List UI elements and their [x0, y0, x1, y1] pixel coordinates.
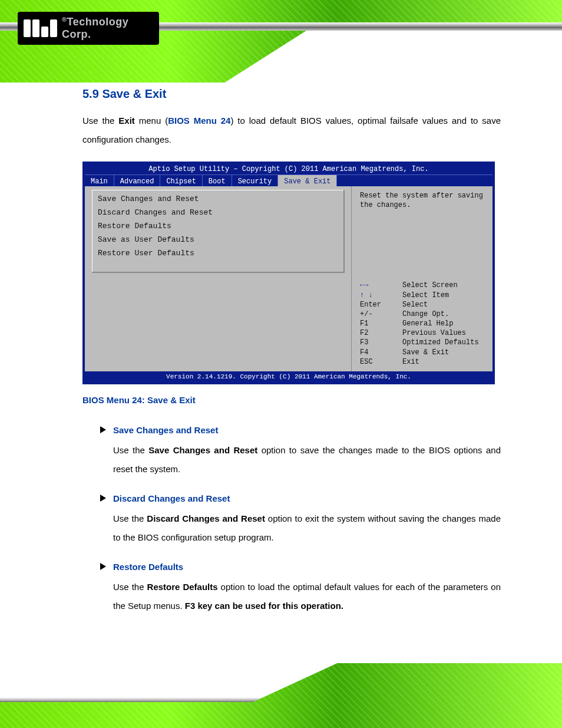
item-option-name: Restore Defaults	[147, 582, 218, 592]
bios-help-text: Reset the system after saving the change…	[360, 191, 484, 210]
nav-line: F2Previous Values	[360, 328, 484, 338]
option-item: Save Changes and Reset Use the Save Chan…	[82, 425, 501, 478]
nav-line: F1General Help	[360, 319, 484, 328]
nav-line: ESCExit	[360, 357, 484, 367]
bios-help-pane: Reset the system after saving the change…	[351, 186, 492, 371]
bios-option-restore-defaults: Restore Defaults	[98, 222, 338, 230]
nav-key: ESC	[360, 357, 399, 367]
bios-tab-advanced: Advanced	[114, 175, 161, 186]
bios-footer: Version 2.14.1219. Copyright (C) 2011 Am…	[85, 371, 492, 382]
nav-line: F4Save & Exit	[360, 348, 484, 357]
intro-paragraph: Use the Exit menu (BIOS Menu 24) to load…	[82, 111, 501, 149]
item-heading-save-reset: Save Changes and Reset	[113, 425, 501, 435]
item-heading-discard-reset: Discard Changes and Reset	[113, 493, 501, 503]
section-number: 5.9	[82, 87, 99, 100]
item-option-name: Discard Changes and Reset	[147, 513, 265, 523]
nav-line: F3Optimized Defaults	[360, 338, 484, 347]
bios-nav-help: ←→Select Screen ↑ ↓Select Item EnterSele…	[360, 281, 484, 367]
bios-tab-save-exit: Save & Exit	[278, 175, 337, 186]
bios-tab-chipset: Chipset	[160, 175, 202, 186]
bottom-banner	[0, 663, 562, 728]
item-body: Use the Save Changes and Reset option to…	[113, 441, 501, 478]
up-down-arrow-icon: ↑ ↓	[360, 291, 373, 299]
option-item: Discard Changes and Reset Use the Discar…	[82, 493, 501, 546]
bios-tab-main: Main	[85, 175, 114, 186]
nav-key: Enter	[360, 300, 399, 309]
nav-label: Save & Exit	[402, 348, 449, 357]
bios-option-save-user-defaults: Save as User Defaults	[98, 235, 338, 244]
logo-text: ®Technology Corp.	[62, 16, 153, 41]
nav-key: F3	[360, 338, 399, 347]
item-body: Use the Restore Defaults option to load …	[113, 578, 501, 615]
nav-label: Exit	[402, 357, 419, 367]
nav-key: F1	[360, 319, 399, 328]
nav-label: Select	[402, 300, 428, 309]
bios-tabs: Main Advanced Chipset Boot Security Save…	[85, 174, 492, 186]
nav-label: General Help	[402, 319, 453, 328]
option-item: Restore Defaults Use the Restore Default…	[82, 562, 501, 615]
nav-label: Optimized Defaults	[402, 338, 479, 347]
section-title: Save & Exit	[102, 87, 166, 100]
item-text: Use the	[113, 582, 147, 592]
bios-screenshot: Aptio Setup Utility – Copyright (C) 2011…	[82, 162, 495, 384]
nav-line: +/-Change Opt.	[360, 309, 484, 319]
nav-key: +/-	[360, 309, 399, 319]
bios-option-discard-reset: Discard Changes and Reset	[98, 208, 338, 217]
intro-figure-ref: BIOS Menu 24	[168, 116, 230, 126]
nav-line: ←→Select Screen	[360, 281, 484, 290]
nav-line: ↑ ↓Select Item	[360, 291, 484, 300]
bios-title-bar: Aptio Setup Utility – Copyright (C) 2011…	[85, 164, 492, 174]
bios-option-save-reset: Save Changes and Reset	[98, 195, 338, 203]
intro-text-2: menu (	[135, 116, 168, 126]
top-banner: ®Technology Corp.	[0, 0, 562, 83]
intro-text-1: Use the	[82, 116, 118, 126]
item-option-name: Save Changes and Reset	[148, 445, 257, 455]
left-right-arrow-icon: ←→	[360, 281, 368, 289]
bios-tab-security: Security	[232, 175, 279, 186]
item-text: Use the	[113, 513, 147, 523]
nav-label: Select Item	[402, 291, 449, 300]
item-heading-restore-defaults: Restore Defaults	[113, 562, 501, 572]
item-text: Use the	[113, 445, 148, 455]
item-key-hint: F3 key can be used for this operation.	[185, 601, 343, 611]
nav-label: Select Screen	[402, 281, 458, 290]
item-body: Use the Discard Changes and Reset option…	[113, 509, 501, 546]
pcb-texture-bottom	[0, 663, 562, 728]
logo-glyph	[24, 19, 57, 37]
bios-option-restore-user-defaults: Restore User Defaults	[98, 249, 338, 258]
brand-name: Technology Corp.	[62, 16, 128, 40]
intro-bold-exit: Exit	[118, 116, 135, 126]
nav-label: Previous Values	[402, 328, 466, 338]
nav-line: EnterSelect	[360, 300, 484, 309]
section-heading: 5.9 Save & Exit	[82, 87, 501, 101]
nav-key: F4	[360, 348, 399, 357]
registered-mark: ®	[62, 16, 67, 23]
brand-logo: ®Technology Corp.	[18, 12, 159, 45]
bios-tab-boot: Boot	[203, 175, 232, 186]
nav-label: Change Opt.	[402, 309, 449, 319]
bios-options-pane: Save Changes and Reset Discard Changes a…	[85, 186, 351, 371]
figure-caption: BIOS Menu 24: Save & Exit	[82, 395, 501, 405]
nav-key: F2	[360, 328, 399, 338]
